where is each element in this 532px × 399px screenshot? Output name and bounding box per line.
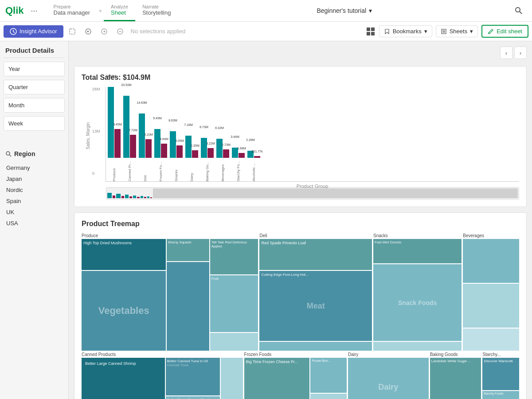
deli-label: Deli: [259, 233, 372, 238]
insight-advisor-button[interactable]: Insight Advisor: [4, 25, 63, 38]
tab-prepare[interactable]: Prepare Data manager: [47, 0, 97, 21]
treemap-cell-bev2[interactable]: [463, 284, 519, 328]
snacks-label: Snacks: [373, 233, 462, 238]
y-max: 26M: [92, 87, 106, 91]
treemap-cell-cheese-pizza[interactable]: Big Time Frozen Cheese Pi...: [244, 358, 310, 399]
bars-container: 24.18M 9.45M Produce 20.5: [106, 87, 519, 182]
starchy-label: Starchy...: [482, 352, 519, 357]
region-list: Germany Japan Nordic Spain UK USA: [4, 163, 65, 228]
dairy-label: Dairy: [348, 352, 429, 357]
region-usa[interactable]: USA: [5, 218, 63, 228]
treemap-baking-section: Baking Goods Landslide White Sugar ...: [430, 352, 481, 399]
search-button[interactable]: [511, 3, 527, 19]
treemap-starchy-section: Starchy... Discover Manicotti Starchy Fo…: [482, 352, 519, 399]
treemap-cell-donuts[interactable]: Fast Mini Donuts: [373, 239, 462, 263]
treemap-cell-tuna[interactable]: Better Canned Tuna in OilCanned Tuna: [166, 358, 220, 395]
bar-produce-teal: 24.18M: [108, 87, 114, 158]
treemap-cell-pimento[interactable]: Red Spade Pimento Loaf: [259, 239, 372, 270]
next-arrow-button[interactable]: ›: [514, 47, 527, 59]
region-japan[interactable]: Japan: [5, 174, 63, 184]
sheets-chevron-icon: ▾: [470, 28, 473, 35]
treemap-cell-sugar[interactable]: Landslide White Sugar ...: [430, 358, 481, 399]
region-germany[interactable]: Germany: [5, 163, 63, 173]
svg-line-16: [9, 155, 11, 156]
treemap-cell-sardines[interactable]: Better Fancy Canned Sardines: [166, 396, 220, 399]
treemap-cell-vegetables[interactable]: Vegetables: [82, 271, 166, 351]
treemap-cell-dairy[interactable]: Dairy: [348, 358, 429, 399]
treemap-cell-produce-small[interactable]: [210, 333, 258, 351]
bookmark-icon: [384, 28, 390, 35]
sheets-icon: [441, 28, 447, 35]
back-button[interactable]: [81, 24, 95, 39]
forward-icon: [101, 28, 108, 35]
filter-week[interactable]: Week: [4, 116, 65, 131]
bar-produce-purple: 9.45M: [114, 129, 121, 158]
bookmarks-chevron-icon: ▾: [424, 28, 427, 35]
filter-quarter[interactable]: Quarter: [4, 80, 65, 94]
treemap-cell-bev3[interactable]: [463, 329, 519, 351]
prepare-section-label: Prepare: [54, 4, 90, 9]
treemap-cell-snackfoods[interactable]: Snack Foods: [373, 264, 462, 341]
filter-month[interactable]: Month: [4, 98, 65, 113]
treemap-canned-section: Canned Products Better Large Canned Shri…: [82, 352, 243, 399]
treemap-cell-frozen3[interactable]: [310, 394, 347, 399]
svg-rect-9: [367, 32, 370, 35]
narrate-tab-label: Storytelling: [142, 9, 171, 16]
search-icon: [515, 7, 523, 15]
edit-sheet-button[interactable]: Edit sheet: [481, 25, 528, 38]
tab-analyze-sheet[interactable]: Analyze Sheet: [104, 0, 135, 21]
bar-group-produce: 24.18M 9.45M Produce: [108, 87, 121, 181]
treemap-cell-fruit[interactable]: Fruit: [210, 275, 258, 332]
region-nordic[interactable]: Nordic: [5, 185, 63, 195]
treemap-cell-frozen2[interactable]: Frozen Boo...: [310, 358, 347, 393]
treemap-cell-snacks-small[interactable]: [373, 342, 462, 351]
tab-narrate[interactable]: Narrate Storytelling: [135, 0, 178, 21]
bar-group-starchy: 3.44M 1.68M Starchy Fo...: [232, 148, 245, 181]
bar-group-canned: 20.52M 7.72M Canned Pr...: [123, 96, 136, 181]
nav-center: Beginner's tutorial ▾: [178, 7, 511, 14]
svg-point-15: [6, 152, 10, 155]
treemap-card: Product Treemap Produce High Top Dried M…: [74, 212, 527, 399]
toolbar-right: Bookmarks ▾ Sheets ▾ Edit sheet: [366, 25, 528, 38]
clear-button[interactable]: [113, 24, 127, 39]
treemap-cell-hotdog[interactable]: Cutting Edge Foot-Long Hot... Meat: [259, 271, 372, 341]
analyze-tab-label: Sheet: [111, 9, 128, 16]
y-mid: 13M: [92, 129, 106, 133]
svg-rect-8: [371, 27, 375, 31]
forward-button[interactable]: [97, 24, 111, 39]
sheets-label: Sheets: [450, 28, 467, 35]
region-uk[interactable]: UK: [5, 207, 63, 217]
bar-group-snacks: 8.63M 4.05M Snacks: [170, 131, 183, 181]
qlik-brand: Qlik: [5, 5, 24, 16]
chart-scrollbar[interactable]: [106, 187, 519, 200]
search-small-icon: [5, 151, 12, 157]
treemap-cell-mushrooms[interactable]: High Top Dried Mushrooms: [82, 239, 166, 270]
filter-year[interactable]: Year: [4, 62, 65, 76]
no-selections-label: No selections applied: [131, 28, 364, 35]
treemap-produce-section: Produce High Top Dried Mushrooms Vegetab…: [82, 233, 258, 351]
tutorial-dropdown[interactable]: Beginner's tutorial ▾: [317, 7, 372, 14]
treemap-cell-starchy-foods[interactable]: Starchy Foods: [482, 391, 519, 399]
treemap-cell-shrimp[interactable]: Better Large Canned Shrimp Canned Shrimp: [82, 358, 165, 399]
insight-label: Insight Advisor: [20, 28, 57, 35]
region-spain[interactable]: Spain: [5, 196, 63, 206]
treemap-cell-squash[interactable]: Ebony Squash: [167, 239, 209, 261]
beverages-label: Beverages: [463, 233, 519, 238]
prev-arrow-button[interactable]: ‹: [500, 47, 512, 59]
treemap-cell-apples[interactable]: Tell Tale Red Delicious Apples: [210, 239, 258, 274]
treemap-cell-manicotti[interactable]: Discover Manicotti: [482, 358, 519, 390]
y-axis-values: 26M 13M 0: [92, 87, 106, 184]
y-zero: 0: [92, 171, 106, 176]
treemap-cell-produce-misc[interactable]: [167, 262, 209, 351]
clear-icon: [117, 28, 124, 35]
nav-tabs: Prepare Data manager ▾ Analyze Sheet Nar…: [47, 0, 178, 21]
grid-view-button[interactable]: [366, 27, 376, 36]
treemap-cell-deli-small[interactable]: [259, 342, 372, 351]
main-content: ‹ › Total Sales: $104.9M Sales, Margin 2…: [69, 41, 532, 399]
treemap-cell-canned-small[interactable]: [221, 358, 243, 399]
bookmarks-dropdown[interactable]: Bookmarks ▾: [379, 25, 432, 37]
more-menu-icon[interactable]: ···: [31, 6, 38, 16]
lasso-tool-button[interactable]: [65, 24, 79, 39]
sheets-dropdown[interactable]: Sheets ▾: [436, 25, 478, 37]
treemap-cell-bev1[interactable]: [463, 239, 519, 283]
